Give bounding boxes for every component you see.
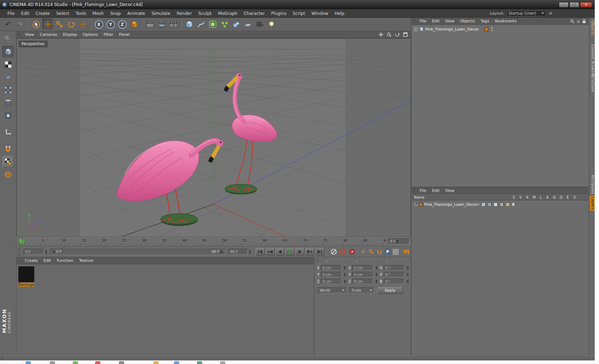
record-parameter-icon[interactable]: P bbox=[385, 249, 391, 255]
workplane-mode-button[interactable] bbox=[2, 72, 14, 83]
rot-h-field[interactable]: 0 ° bbox=[384, 265, 405, 271]
axis-mode-button[interactable] bbox=[2, 126, 14, 138]
mat-menu-edit[interactable]: Edit bbox=[41, 258, 54, 263]
om-menu-bookmarks[interactable]: Bookmarks bbox=[492, 19, 520, 23]
stepper-icon[interactable] bbox=[375, 273, 378, 276]
add-subdivision-surface-button[interactable] bbox=[207, 19, 218, 30]
taskbar-icon[interactable] bbox=[220, 361, 225, 364]
xref-toggle-icon[interactable]: X bbox=[512, 202, 515, 207]
lp-menu-file[interactable]: File bbox=[417, 188, 429, 193]
scale-tool-button[interactable] bbox=[54, 19, 65, 30]
menu-help[interactable]: Help bbox=[331, 11, 347, 16]
ruler-frame-field[interactable]: 0 F bbox=[388, 238, 410, 244]
taskbar-icon[interactable] bbox=[174, 361, 179, 364]
lock-z-axis-button[interactable]: Z bbox=[117, 19, 128, 30]
taskbar-icon[interactable] bbox=[95, 361, 100, 364]
render-settings-button[interactable] bbox=[168, 19, 179, 30]
coord-mode-select[interactable]: World bbox=[318, 287, 347, 293]
record-rotation-icon[interactable] bbox=[377, 249, 383, 255]
taskbar-icon[interactable] bbox=[26, 361, 31, 364]
vp-menu-display[interactable]: Display bbox=[60, 32, 80, 37]
vp-menu-panel[interactable]: Panel bbox=[116, 32, 132, 37]
tab-objects[interactable]: Objects bbox=[590, 20, 595, 36]
layer-toggle-icon[interactable] bbox=[478, 204, 479, 205]
add-cube-button[interactable] bbox=[184, 19, 195, 30]
panel-grip[interactable] bbox=[18, 32, 21, 37]
rot-b-field[interactable]: 0 ° bbox=[384, 278, 405, 284]
panel-grip[interactable] bbox=[18, 248, 21, 256]
record-position-icon[interactable] bbox=[360, 249, 366, 255]
taskbar-icon[interactable] bbox=[197, 361, 202, 364]
home-icon[interactable]: ⌂ bbox=[577, 19, 580, 23]
pan-view-icon[interactable] bbox=[378, 32, 384, 37]
menu-plugins[interactable]: Plugins bbox=[268, 11, 290, 16]
taskbar-icon[interactable] bbox=[50, 361, 55, 364]
layer-name[interactable]: Pink_Flamingo_Lawn_Decor bbox=[424, 202, 478, 207]
vp-menu-cameras[interactable]: Cameras bbox=[37, 32, 60, 37]
taskbar-icon[interactable] bbox=[73, 361, 78, 364]
material-item[interactable]: flamingo bbox=[18, 266, 35, 287]
stepper-icon[interactable] bbox=[407, 266, 409, 270]
mat-menu-function[interactable]: Function bbox=[54, 258, 76, 263]
rot-p-field[interactable]: 0 ° bbox=[384, 272, 405, 277]
layer-toggle-icon[interactable] bbox=[482, 203, 485, 206]
lock-y-axis-button[interactable]: Y bbox=[105, 19, 116, 30]
make-editable-button[interactable] bbox=[2, 33, 14, 45]
perspective-viewport[interactable]: Perspective Y X Z bbox=[16, 38, 411, 237]
tab-content-browser[interactable]: Content Browser bbox=[590, 43, 595, 78]
commander-icon[interactable] bbox=[548, 11, 553, 16]
stepper-icon[interactable] bbox=[396, 240, 399, 243]
om-menu-objects[interactable]: Objects bbox=[457, 19, 478, 23]
panel-grip[interactable] bbox=[1, 357, 4, 360]
next-frame-button[interactable] bbox=[295, 248, 304, 255]
menu-render[interactable]: Render bbox=[174, 11, 195, 16]
add-mograph-button[interactable] bbox=[219, 19, 230, 30]
hierarchy-toggle-icon[interactable] bbox=[414, 27, 418, 31]
column-header-m[interactable]: M bbox=[532, 195, 537, 199]
taskbar-icon[interactable] bbox=[153, 361, 159, 364]
material-thumbnail[interactable] bbox=[18, 266, 34, 282]
add-metaball-button[interactable] bbox=[231, 19, 242, 30]
lock-x-axis-button[interactable]: X bbox=[93, 19, 104, 30]
record-pla-icon[interactable] bbox=[393, 249, 399, 255]
menu-edit[interactable]: Edit bbox=[18, 11, 32, 16]
stepper-icon[interactable] bbox=[45, 250, 47, 254]
om-menu-view[interactable]: View bbox=[443, 19, 457, 23]
coord-scale-select[interactable]: Scale bbox=[350, 287, 374, 293]
end-frame-field[interactable]: 90 F bbox=[228, 249, 248, 255]
om-menu-edit[interactable]: Edit bbox=[429, 19, 442, 23]
rotate-tool-button[interactable] bbox=[66, 19, 77, 30]
add-light-button[interactable] bbox=[266, 19, 277, 30]
mat-menu-texture[interactable]: Texture bbox=[76, 258, 96, 263]
panel-grip[interactable] bbox=[316, 258, 319, 263]
vp-menu-options[interactable]: Options bbox=[80, 32, 101, 37]
undo-button[interactable]: ↶ bbox=[3, 19, 14, 30]
next-key-button[interactable] bbox=[305, 248, 314, 255]
model-mode-button[interactable] bbox=[2, 46, 14, 57]
menu-character[interactable]: Character bbox=[241, 11, 268, 16]
material-name[interactable]: flamingo bbox=[18, 283, 34, 287]
pos-x-field[interactable]: 0 cm bbox=[321, 265, 342, 271]
viewport-solo-button[interactable] bbox=[2, 169, 14, 180]
visibility-dots-icon[interactable] bbox=[491, 27, 493, 31]
add-camera-button[interactable] bbox=[254, 19, 265, 30]
viewport-camera-label[interactable]: Perspective bbox=[19, 41, 47, 47]
menu-file[interactable]: File bbox=[4, 11, 18, 16]
vp-menu-filter[interactable]: Filter bbox=[101, 32, 116, 37]
menu-mograph[interactable]: MoGraph bbox=[215, 11, 241, 16]
om-menu-tags[interactable]: Tags bbox=[478, 19, 492, 23]
menu-animate[interactable]: Animate bbox=[124, 11, 148, 16]
panel-grip[interactable] bbox=[413, 19, 416, 23]
size-y-field[interactable]: 0 cm bbox=[352, 272, 373, 277]
stepper-icon[interactable] bbox=[344, 266, 346, 270]
om-menu-file[interactable]: File bbox=[417, 19, 429, 23]
stepper-icon[interactable] bbox=[407, 280, 409, 283]
stepper-icon[interactable] bbox=[375, 266, 378, 270]
layer-toggle-icon[interactable] bbox=[494, 203, 498, 206]
layer-row[interactable]: Pink_Flamingo_Lawn_Decor X bbox=[412, 201, 589, 208]
add-spline-button[interactable] bbox=[196, 19, 207, 30]
menu-create[interactable]: Create bbox=[32, 11, 53, 16]
viewport-canvas[interactable] bbox=[17, 39, 411, 237]
render-view-button[interactable] bbox=[144, 19, 155, 30]
lp-menu-view[interactable]: View bbox=[443, 188, 457, 193]
